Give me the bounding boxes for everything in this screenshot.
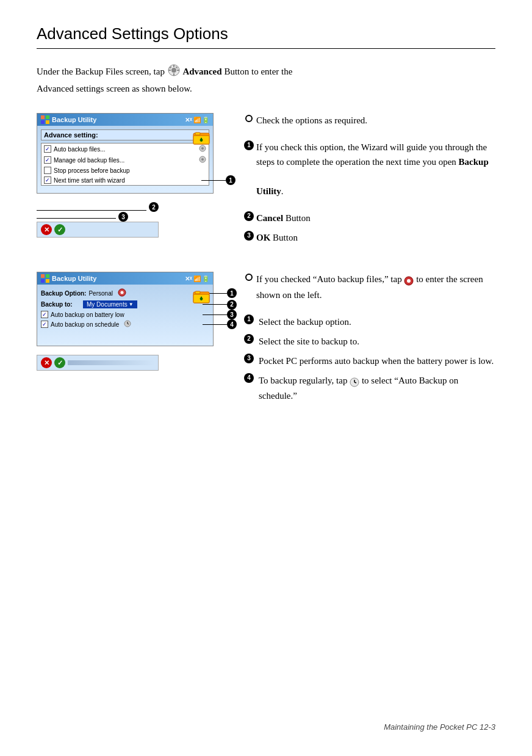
red-gear-icon <box>404 273 414 288</box>
intro-text1: Under the Backup Files screen, tap <box>37 67 167 76</box>
check-text-1: Check the options as required. <box>256 113 495 128</box>
num-s2-3: 3 <box>244 354 254 363</box>
right-col-2: If you checked “Auto backup files,” tap … <box>244 272 495 408</box>
svg-rect-10 <box>41 120 45 124</box>
backup-option-row: Backup Option: Personal 1 <box>41 288 209 298</box>
hollow-circle-1 <box>245 115 253 122</box>
screenshot1-titlebar: Backup Utility ✕ᵡ 📶 🔋 <box>37 114 213 126</box>
num-text-1: If you check this option, the Wizard wil… <box>256 140 495 198</box>
checkbox-3 <box>44 167 51 174</box>
ok-button-icon[interactable]: ✓ <box>54 224 65 235</box>
svg-rect-23 <box>46 279 49 283</box>
windows-logo-icon <box>41 115 49 124</box>
progress-bar <box>68 360 154 365</box>
svg-rect-31 <box>195 291 200 294</box>
cancel-button-icon[interactable]: ✕ <box>41 224 52 235</box>
settings-icon-2 <box>199 156 206 164</box>
cancel-ok-section-1: 2 3 ✕ ✓ <box>37 202 226 238</box>
cancel-ok-section-2: ✕ ✓ <box>37 355 226 371</box>
footer-text: Maintaining the Pocket PC 12-3 <box>384 722 495 732</box>
annotation-s2-3: 3 <box>227 310 237 319</box>
page-footer: Maintaining the Pocket PC 12-3 <box>384 722 495 732</box>
gear-icon <box>167 64 181 81</box>
screenshot2-title: Backup Utility <box>52 275 96 282</box>
numbered-item-s2-4: 4 To backup regularly, tap to select “Au… <box>244 373 495 404</box>
list-item: Manage old backup files... <box>41 154 209 165</box>
check-text-2: If you checked “Auto backup files,” tap … <box>256 272 495 302</box>
num-s2-text-3: Pocket PC performs auto backup when the … <box>259 354 495 368</box>
svg-rect-18 <box>195 133 200 135</box>
intro-text3: Advanced settings screen as shown below. <box>37 84 192 93</box>
numbered-item-2: 2 Cancel Button <box>244 211 495 225</box>
clock-icon-inline <box>350 374 359 388</box>
num-s2-4: 4 <box>244 373 254 383</box>
check-item-2: If you checked “Auto backup files,” tap … <box>244 272 495 302</box>
annotation-1: 1 <box>226 175 235 185</box>
backup-to-row: Backup to: My Documents ▼ 2 <box>41 300 209 308</box>
svg-rect-8 <box>41 115 45 119</box>
options-list: Auto backup files... Manage old backup f… <box>41 143 209 186</box>
annotation-row-3: 3 <box>203 310 237 319</box>
numbered-item-s2-1: 1 Select the backup option. <box>244 314 495 329</box>
svg-rect-3 <box>173 73 174 76</box>
svg-point-34 <box>407 279 411 283</box>
svg-point-15 <box>201 158 204 161</box>
gear-icon-2 <box>118 288 126 298</box>
annotation-s2-1: 1 <box>227 288 237 298</box>
intro-text2: Button to enter the <box>224 67 292 76</box>
battery-checkbox <box>41 311 48 318</box>
cancel-ok-bar-2: ✕ ✓ <box>37 355 159 371</box>
section1: Backup Utility ✕ᵡ 📶 🔋 Advance setting: A… <box>37 113 495 253</box>
intro-paragraph: Under the Backup Files screen, tap Advan… <box>37 64 495 96</box>
advance-setting-label: Advance setting: <box>41 129 209 140</box>
backup-icon-2 <box>192 287 210 307</box>
backup-icon <box>192 128 210 148</box>
svg-rect-2 <box>173 65 174 67</box>
hollow-circle-2 <box>245 274 253 281</box>
screenshot1: Backup Utility ✕ᵡ 📶 🔋 Advance setting: A… <box>37 113 214 194</box>
svg-point-25 <box>120 291 123 294</box>
svg-line-37 <box>354 382 356 383</box>
numbered-item-1: 1 If you check this option, the Wizard w… <box>244 140 495 198</box>
annotation-3: 3 <box>118 212 128 222</box>
svg-rect-4 <box>168 70 171 71</box>
annotation-s2-2: 2 <box>227 300 237 310</box>
num-2: 2 <box>244 211 254 221</box>
annotation-2: 2 <box>149 202 159 212</box>
list-item: Stop process before backup <box>41 165 209 175</box>
screenshot1-wrapper: Backup Utility ✕ᵡ 📶 🔋 Advance setting: A… <box>37 113 214 194</box>
svg-rect-20 <box>41 274 45 278</box>
num-text-2: Cancel Button <box>256 211 495 225</box>
svg-point-32 <box>200 298 203 300</box>
screenshot2: Backup Utility ✕ᵡ 📶 🔋 Backup Option: Per… <box>37 272 214 346</box>
backup-to-label: Backup to: <box>41 301 81 308</box>
num-s2-2: 2 <box>244 334 254 344</box>
section2: Backup Utility ✕ᵡ 📶 🔋 Backup Option: Per… <box>37 272 495 408</box>
checkbox-2 <box>44 156 51 164</box>
annotation-row-4: 4 <box>203 319 237 329</box>
left-col-2: Backup Utility ✕ᵡ 📶 🔋 Backup Option: Per… <box>37 272 226 408</box>
windows-logo-icon-2 <box>41 274 49 283</box>
screenshot1-title: Backup Utility <box>52 116 96 123</box>
checkbox-1 <box>44 145 51 153</box>
num-s2-1: 1 <box>244 314 254 324</box>
numbered-item-3: 3 OK Button <box>244 230 495 245</box>
num-1: 1 <box>244 140 254 150</box>
cancel-button-icon-2[interactable]: ✕ <box>41 357 52 368</box>
svg-rect-11 <box>46 120 49 124</box>
ok-button-icon-2[interactable]: ✓ <box>54 357 65 368</box>
callout-line-1: 1 <box>201 175 235 185</box>
svg-rect-21 <box>46 274 49 278</box>
screenshot2-body: Backup Option: Personal 1 <box>37 285 213 346</box>
callout-line-2 <box>37 210 146 211</box>
num-s2-text-2: Select the site to backup to. <box>259 334 495 349</box>
num-text-3: OK Button <box>256 230 495 245</box>
screenshot2-titlebar: Backup Utility ✕ᵡ 📶 🔋 <box>37 272 213 285</box>
right-col-1: Check the options as required. 1 If you … <box>244 113 495 253</box>
svg-rect-22 <box>41 279 45 283</box>
svg-rect-5 <box>177 70 179 71</box>
num-s2-text-1: Select the backup option. <box>259 314 495 329</box>
annotation-s2-4: 4 <box>227 319 237 329</box>
cancel-ok-bar: ✕ ✓ <box>37 222 159 238</box>
svg-rect-9 <box>46 115 49 119</box>
